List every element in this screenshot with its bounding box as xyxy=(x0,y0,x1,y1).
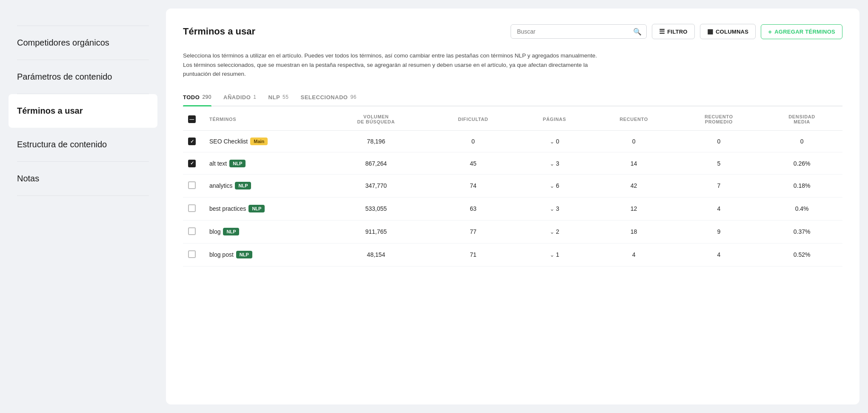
term-badge: NLP xyxy=(223,228,239,235)
cell-volumen: 78,196 xyxy=(323,130,429,152)
header-row: Términos a usar 🔍 ☰ FILTRO ▦ COLUMNAS + … xyxy=(183,24,842,39)
tab-seleccionado[interactable]: SELECCIONADO 96 xyxy=(300,91,356,106)
col-header-checkbox xyxy=(183,106,204,131)
sidebar-item-notas[interactable]: Notas xyxy=(17,162,149,196)
header-controls: 🔍 ☰ FILTRO ▦ COLUMNAS + AGREGAR TÉRMINOS xyxy=(511,24,842,39)
pages-chevron-icon[interactable]: ⌄ xyxy=(550,229,554,235)
row-checkbox-cell xyxy=(183,130,204,152)
cell-densidad_media: 0.4% xyxy=(761,197,842,220)
cell-densidad_media: 0.18% xyxy=(761,174,842,197)
term-name: SEO Checklist xyxy=(209,138,248,145)
cell-volumen: 533,055 xyxy=(323,197,429,220)
row-checkbox[interactable] xyxy=(188,181,196,189)
tab-label: TODO xyxy=(183,94,200,100)
term-name-cell: best practicesNLP xyxy=(204,197,323,220)
select-all-checkbox[interactable] xyxy=(188,115,196,123)
term-name-cell: alt textNLP xyxy=(204,152,323,175)
pages-chevron-icon[interactable]: ⌄ xyxy=(550,161,554,167)
col-header-volumen: VOLUMENDE BÚSQUEDA xyxy=(323,106,429,131)
add-terms-button[interactable]: + AGREGAR TÉRMINOS xyxy=(761,24,842,39)
tab-nlp[interactable]: NLP 55 xyxy=(268,91,289,106)
pages-chevron-icon[interactable]: ⌄ xyxy=(550,138,554,145)
row-checkbox[interactable] xyxy=(188,138,196,145)
table-row: best practicesNLP533,05563⌄ 31240.4% xyxy=(183,197,842,220)
cell-paginas: ⌄ 6 xyxy=(517,174,591,197)
term-name: blog post xyxy=(209,251,234,258)
tab-label: NLP xyxy=(268,94,280,100)
row-checkbox[interactable] xyxy=(188,204,196,212)
sidebar-item-terminos-a-usar[interactable]: Términos a usar xyxy=(9,94,157,128)
tab-todo[interactable]: TODO 290 xyxy=(183,91,211,106)
term-name-cell: blogNLP xyxy=(204,220,323,243)
table-row: SEO ChecklistMain78,1960⌄ 0000 xyxy=(183,130,842,152)
term-badge: Main xyxy=(250,138,268,145)
term-name: alt text xyxy=(209,160,227,167)
search-icon: 🔍 xyxy=(633,28,642,36)
row-checkbox-cell xyxy=(183,174,204,197)
tab-count: 290 xyxy=(202,94,211,100)
sidebar-item-label: Competidores orgánicos xyxy=(17,38,109,47)
term-name: analytics xyxy=(209,182,232,189)
table-row: blogNLP911,76577⌄ 21890.37% xyxy=(183,220,842,243)
plus-icon: + xyxy=(768,28,772,35)
filter-button[interactable]: ☰ FILTRO xyxy=(652,24,695,39)
sidebar-item-estructura-de-contenido[interactable]: Estructura de contenido xyxy=(17,128,149,162)
col-header-paginas: PÁGINAS xyxy=(517,106,591,131)
col-header-recuento: RECUENTO xyxy=(591,106,677,131)
cell-paginas: ⌄ 1 xyxy=(517,243,591,266)
tab-anadido[interactable]: AÑADIDO 1 xyxy=(223,91,257,106)
tabs-row: TODO 290AÑADIDO 1NLP 55SELECCIONADO 96 xyxy=(183,91,842,106)
sidebar-item-label: Términos a usar xyxy=(17,106,83,115)
cell-recuento: 0 xyxy=(591,130,677,152)
cell-volumen: 347,770 xyxy=(323,174,429,197)
cell-recuento_promedio: 9 xyxy=(676,220,761,243)
filter-icon: ☰ xyxy=(659,28,665,35)
row-checkbox-cell xyxy=(183,197,204,220)
sidebar-item-label: Parámetros de contenido xyxy=(17,72,112,81)
cell-paginas: ⌄ 3 xyxy=(517,152,591,175)
row-checkbox[interactable] xyxy=(188,160,196,167)
cell-paginas: ⌄ 0 xyxy=(517,130,591,152)
term-name-cell: blog postNLP xyxy=(204,243,323,266)
sidebar-item-parametros-de-contenido[interactable]: Parámetros de contenido xyxy=(17,60,149,94)
cell-densidad_media: 0.37% xyxy=(761,220,842,243)
sidebar-item-label: Notas xyxy=(17,174,39,183)
cell-paginas: ⌄ 2 xyxy=(517,220,591,243)
cell-recuento_promedio: 7 xyxy=(676,174,761,197)
term-name-cell: SEO ChecklistMain xyxy=(204,130,323,152)
row-checkbox-cell xyxy=(183,152,204,175)
term-badge: NLP xyxy=(236,251,252,258)
cell-densidad_media: 0.52% xyxy=(761,243,842,266)
terms-table: TÉRMINOSVOLUMENDE BÚSQUEDADIFICULTADPÁGI… xyxy=(183,106,842,267)
cell-volumen: 48,154 xyxy=(323,243,429,266)
pages-chevron-icon[interactable]: ⌄ xyxy=(550,183,554,189)
sidebar-item-competidores-organicos[interactable]: Competidores orgánicos xyxy=(17,26,149,60)
search-wrapper: 🔍 xyxy=(511,24,647,39)
cell-dificultad: 63 xyxy=(429,197,518,220)
cell-dificultad: 0 xyxy=(429,130,518,152)
term-name: best practices xyxy=(209,205,246,212)
cell-recuento_promedio: 5 xyxy=(676,152,761,175)
tab-count: 1 xyxy=(253,94,256,100)
search-input[interactable] xyxy=(511,24,647,39)
col-header-terminos: TÉRMINOS xyxy=(204,106,323,131)
row-checkbox-cell xyxy=(183,243,204,266)
row-checkbox[interactable] xyxy=(188,227,196,235)
tab-label: AÑADIDO xyxy=(223,94,251,100)
sidebar: Competidores orgánicosParámetros de cont… xyxy=(0,0,166,413)
table-row: blog postNLP48,15471⌄ 1440.52% xyxy=(183,243,842,266)
cell-recuento: 42 xyxy=(591,174,677,197)
columns-button[interactable]: ▦ COLUMNAS xyxy=(700,24,756,39)
cell-volumen: 911,765 xyxy=(323,220,429,243)
tab-label: SELECCIONADO xyxy=(300,94,348,100)
page-title: Términos a usar xyxy=(183,26,255,37)
term-name: blog xyxy=(209,228,220,235)
description-text: Selecciona los términos a utilizar en el… xyxy=(183,51,600,79)
term-badge: NLP xyxy=(229,160,246,167)
pages-chevron-icon[interactable]: ⌄ xyxy=(550,206,554,212)
main-content: Términos a usar 🔍 ☰ FILTRO ▦ COLUMNAS + … xyxy=(166,9,859,404)
cell-volumen: 867,264 xyxy=(323,152,429,175)
pages-chevron-icon[interactable]: ⌄ xyxy=(550,252,554,258)
cell-recuento: 18 xyxy=(591,220,677,243)
row-checkbox[interactable] xyxy=(188,250,196,258)
